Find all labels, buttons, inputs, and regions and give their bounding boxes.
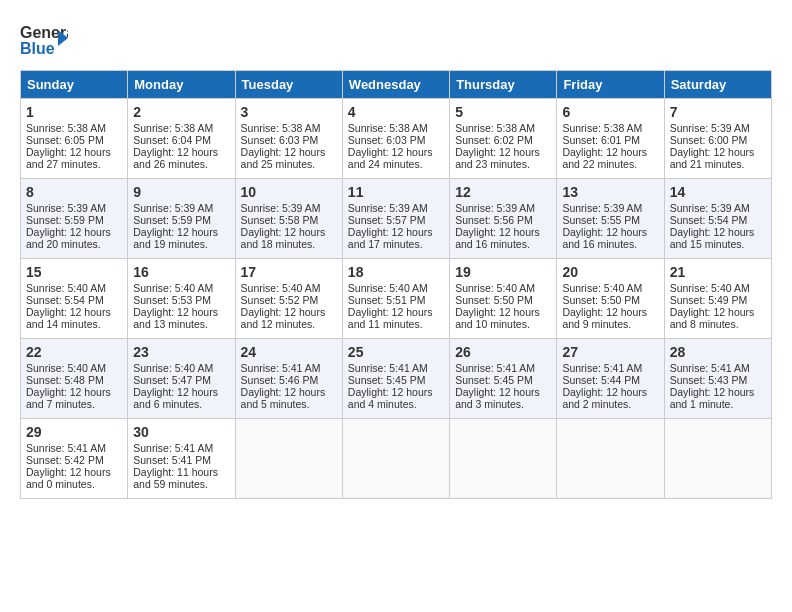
calendar-cell: 21Sunrise: 5:40 AMSunset: 5:49 PMDayligh… <box>664 259 771 339</box>
day-number: 28 <box>670 344 766 360</box>
sunset-label: Sunset: 5:51 PM <box>348 294 426 306</box>
sunset-label: Sunset: 6:00 PM <box>670 134 748 146</box>
daylight-label: Daylight: 12 hours and 2 minutes. <box>562 386 647 410</box>
day-number: 24 <box>241 344 337 360</box>
calendar-cell <box>450 419 557 499</box>
daylight-label: Daylight: 12 hours and 0 minutes. <box>26 466 111 490</box>
calendar-cell: 8Sunrise: 5:39 AMSunset: 5:59 PMDaylight… <box>21 179 128 259</box>
calendar-cell: 28Sunrise: 5:41 AMSunset: 5:43 PMDayligh… <box>664 339 771 419</box>
sunrise-label: Sunrise: 5:38 AM <box>26 122 106 134</box>
sunset-label: Sunset: 5:43 PM <box>670 374 748 386</box>
calendar-cell: 4Sunrise: 5:38 AMSunset: 6:03 PMDaylight… <box>342 99 449 179</box>
sunrise-label: Sunrise: 5:38 AM <box>348 122 428 134</box>
daylight-label: Daylight: 12 hours and 17 minutes. <box>348 226 433 250</box>
sunrise-label: Sunrise: 5:41 AM <box>348 362 428 374</box>
daylight-label: Daylight: 12 hours and 1 minute. <box>670 386 755 410</box>
sunset-label: Sunset: 5:53 PM <box>133 294 211 306</box>
sunset-label: Sunset: 5:59 PM <box>26 214 104 226</box>
calendar-cell: 20Sunrise: 5:40 AMSunset: 5:50 PMDayligh… <box>557 259 664 339</box>
sunrise-label: Sunrise: 5:39 AM <box>241 202 321 214</box>
calendar-cell: 27Sunrise: 5:41 AMSunset: 5:44 PMDayligh… <box>557 339 664 419</box>
sunset-label: Sunset: 5:42 PM <box>26 454 104 466</box>
daylight-label: Daylight: 12 hours and 6 minutes. <box>133 386 218 410</box>
daylight-label: Daylight: 12 hours and 27 minutes. <box>26 146 111 170</box>
sunset-label: Sunset: 5:54 PM <box>26 294 104 306</box>
sunset-label: Sunset: 5:52 PM <box>241 294 319 306</box>
sunset-label: Sunset: 5:50 PM <box>455 294 533 306</box>
calendar-cell <box>557 419 664 499</box>
day-number: 9 <box>133 184 229 200</box>
calendar-cell <box>664 419 771 499</box>
sunset-label: Sunset: 6:02 PM <box>455 134 533 146</box>
calendar-cell: 7Sunrise: 5:39 AMSunset: 6:00 PMDaylight… <box>664 99 771 179</box>
sunrise-label: Sunrise: 5:38 AM <box>241 122 321 134</box>
sunrise-label: Sunrise: 5:40 AM <box>348 282 428 294</box>
sunset-label: Sunset: 6:03 PM <box>241 134 319 146</box>
sunrise-label: Sunrise: 5:40 AM <box>133 362 213 374</box>
calendar-cell: 1Sunrise: 5:38 AMSunset: 6:05 PMDaylight… <box>21 99 128 179</box>
sunset-label: Sunset: 5:58 PM <box>241 214 319 226</box>
calendar-cell: 6Sunrise: 5:38 AMSunset: 6:01 PMDaylight… <box>557 99 664 179</box>
calendar-cell <box>342 419 449 499</box>
day-number: 7 <box>670 104 766 120</box>
day-number: 13 <box>562 184 658 200</box>
sunrise-label: Sunrise: 5:39 AM <box>670 202 750 214</box>
daylight-label: Daylight: 12 hours and 12 minutes. <box>241 306 326 330</box>
calendar-cell: 16Sunrise: 5:40 AMSunset: 5:53 PMDayligh… <box>128 259 235 339</box>
sunset-label: Sunset: 6:05 PM <box>26 134 104 146</box>
calendar-cell: 12Sunrise: 5:39 AMSunset: 5:56 PMDayligh… <box>450 179 557 259</box>
daylight-label: Daylight: 12 hours and 18 minutes. <box>241 226 326 250</box>
calendar-cell: 18Sunrise: 5:40 AMSunset: 5:51 PMDayligh… <box>342 259 449 339</box>
sunset-label: Sunset: 5:41 PM <box>133 454 211 466</box>
sunset-label: Sunset: 5:47 PM <box>133 374 211 386</box>
sunrise-label: Sunrise: 5:40 AM <box>26 282 106 294</box>
calendar-cell: 13Sunrise: 5:39 AMSunset: 5:55 PMDayligh… <box>557 179 664 259</box>
day-number: 20 <box>562 264 658 280</box>
calendar-table: SundayMondayTuesdayWednesdayThursdayFrid… <box>20 70 772 499</box>
sunrise-label: Sunrise: 5:39 AM <box>348 202 428 214</box>
daylight-label: Daylight: 12 hours and 14 minutes. <box>26 306 111 330</box>
sunrise-label: Sunrise: 5:40 AM <box>241 282 321 294</box>
daylight-label: Daylight: 12 hours and 21 minutes. <box>670 146 755 170</box>
day-number: 26 <box>455 344 551 360</box>
day-number: 2 <box>133 104 229 120</box>
daylight-label: Daylight: 12 hours and 20 minutes. <box>26 226 111 250</box>
sunrise-label: Sunrise: 5:38 AM <box>562 122 642 134</box>
sunrise-label: Sunrise: 5:41 AM <box>562 362 642 374</box>
daylight-label: Daylight: 12 hours and 10 minutes. <box>455 306 540 330</box>
daylight-label: Daylight: 12 hours and 5 minutes. <box>241 386 326 410</box>
weekday-header-friday: Friday <box>557 71 664 99</box>
day-number: 11 <box>348 184 444 200</box>
day-number: 22 <box>26 344 122 360</box>
sunset-label: Sunset: 5:54 PM <box>670 214 748 226</box>
day-number: 30 <box>133 424 229 440</box>
calendar-cell: 26Sunrise: 5:41 AMSunset: 5:45 PMDayligh… <box>450 339 557 419</box>
sunset-label: Sunset: 6:03 PM <box>348 134 426 146</box>
daylight-label: Daylight: 12 hours and 11 minutes. <box>348 306 433 330</box>
sunset-label: Sunset: 5:48 PM <box>26 374 104 386</box>
daylight-label: Daylight: 12 hours and 19 minutes. <box>133 226 218 250</box>
calendar-cell: 5Sunrise: 5:38 AMSunset: 6:02 PMDaylight… <box>450 99 557 179</box>
daylight-label: Daylight: 12 hours and 16 minutes. <box>562 226 647 250</box>
sunrise-label: Sunrise: 5:41 AM <box>455 362 535 374</box>
day-number: 8 <box>26 184 122 200</box>
daylight-label: Daylight: 11 hours and 59 minutes. <box>133 466 218 490</box>
weekday-header-monday: Monday <box>128 71 235 99</box>
calendar-cell: 10Sunrise: 5:39 AMSunset: 5:58 PMDayligh… <box>235 179 342 259</box>
day-number: 1 <box>26 104 122 120</box>
daylight-label: Daylight: 12 hours and 4 minutes. <box>348 386 433 410</box>
sunrise-label: Sunrise: 5:39 AM <box>455 202 535 214</box>
calendar-cell: 30Sunrise: 5:41 AMSunset: 5:41 PMDayligh… <box>128 419 235 499</box>
sunrise-label: Sunrise: 5:39 AM <box>26 202 106 214</box>
sunrise-label: Sunrise: 5:41 AM <box>26 442 106 454</box>
sunset-label: Sunset: 5:46 PM <box>241 374 319 386</box>
sunset-label: Sunset: 5:44 PM <box>562 374 640 386</box>
day-number: 12 <box>455 184 551 200</box>
weekday-header-sunday: Sunday <box>21 71 128 99</box>
sunrise-label: Sunrise: 5:40 AM <box>26 362 106 374</box>
calendar-cell <box>235 419 342 499</box>
calendar-week-2: 8Sunrise: 5:39 AMSunset: 5:59 PMDaylight… <box>21 179 772 259</box>
sunrise-label: Sunrise: 5:40 AM <box>562 282 642 294</box>
sunrise-label: Sunrise: 5:40 AM <box>133 282 213 294</box>
day-number: 14 <box>670 184 766 200</box>
